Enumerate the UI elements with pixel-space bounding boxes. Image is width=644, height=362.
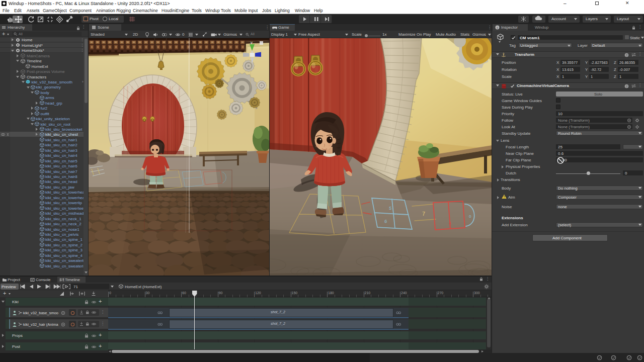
svg-text:5: 5 [389, 206, 392, 211]
svg-text:6: 6 [384, 219, 387, 224]
svg-text:0: 0 [469, 214, 471, 219]
svg-text:y: y [251, 40, 253, 45]
svg-text:i: i [497, 26, 498, 30]
svg-text:7: 7 [422, 211, 425, 217]
svg-text:?: ? [626, 84, 627, 88]
svg-text:4: 4 [449, 221, 451, 226]
svg-text:?: ? [626, 53, 627, 57]
svg-text:!: ! [504, 195, 505, 199]
